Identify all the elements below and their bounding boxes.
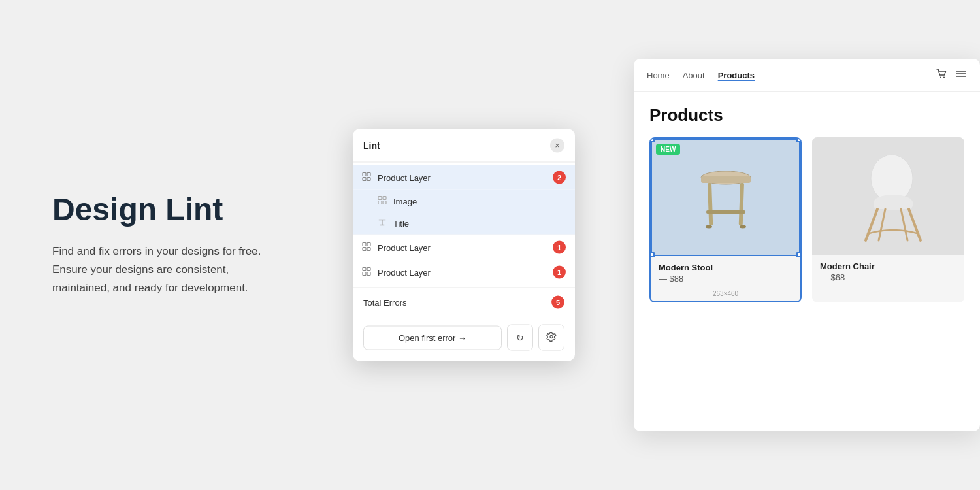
nav-link-about[interactable]: About [683, 71, 705, 80]
chair-illustration [853, 149, 924, 244]
close-button[interactable]: × [550, 139, 564, 153]
lint-footer-errors: Total Errors 5 [353, 287, 575, 317]
svg-rect-21 [738, 183, 743, 225]
grid-icon [362, 172, 372, 183]
svg-point-24 [740, 225, 746, 229]
svg-rect-6 [378, 201, 382, 204]
right-section: Lint × Product Layer 2 [314, 0, 980, 490]
product-info-chair: Modern Chair — $68 [812, 255, 964, 289]
layer-badge-product-3: 1 [553, 266, 566, 279]
refresh-icon: ↻ [516, 333, 524, 343]
svg-rect-27 [874, 200, 913, 209]
menu-icon[interactable] [955, 68, 967, 82]
website-mockup: Home About Products [634, 59, 980, 431]
mockup-content: Products NEW [634, 92, 980, 316]
text-icon [378, 218, 388, 229]
layer-label-title: Title [393, 218, 566, 228]
grid-icon-2 [362, 242, 372, 253]
svg-rect-20 [708, 183, 713, 225]
handle-tr [796, 137, 802, 142]
lint-panel-header: Lint × [353, 129, 575, 163]
left-section: Design Lint Find and fix errors in your … [0, 154, 314, 337]
total-errors-badge: 5 [551, 296, 564, 309]
svg-rect-3 [367, 178, 370, 181]
svg-rect-0 [363, 173, 366, 176]
grid-icon-image [378, 196, 388, 206]
stool-illustration [693, 152, 759, 243]
svg-point-17 [943, 77, 945, 78]
nav-links: Home About Products [647, 71, 755, 80]
svg-rect-13 [367, 268, 370, 271]
image-dimensions-stool: 263×460 [651, 290, 800, 301]
layer-label-image: Image [393, 196, 566, 206]
layer-item-product-2[interactable]: Product Layer 1 [353, 235, 575, 260]
lint-panel: Lint × Product Layer 2 [353, 129, 575, 361]
nav-icons [936, 68, 967, 82]
layer-label-product-1: Product Layer [378, 172, 553, 182]
svg-point-16 [940, 77, 941, 78]
svg-point-23 [706, 225, 712, 229]
layer-badge-product-1: 2 [553, 171, 566, 184]
svg-rect-15 [367, 272, 370, 276]
svg-rect-22 [706, 210, 745, 214]
layer-list: Product Layer 2 Image [353, 163, 575, 287]
lint-footer-actions: Open first error → ↻ [353, 317, 575, 361]
open-first-error-button[interactable]: Open first error → [363, 325, 502, 350]
handle-tl [649, 137, 655, 142]
layer-item-image[interactable]: Image [353, 190, 575, 212]
layer-item-product-1[interactable]: Product Layer 2 [353, 165, 575, 190]
svg-rect-12 [363, 268, 366, 271]
svg-rect-19 [701, 176, 751, 183]
product-image-stool: NEW [651, 139, 800, 256]
product-info-stool: Modern Stool — $88 [651, 256, 800, 290]
product-name-chair: Modern Chair [820, 261, 956, 271]
new-badge-stool: NEW [656, 144, 680, 155]
product-name-stool: Modern Stool [659, 263, 792, 272]
svg-rect-2 [363, 178, 366, 181]
main-title: Design Lint [52, 193, 274, 227]
main-description: Find and fix errors in your designs for … [52, 242, 274, 297]
svg-rect-7 [383, 201, 386, 204]
product-price-chair: — $68 [820, 272, 956, 282]
mockup-nav: Home About Products [634, 59, 980, 92]
nav-link-home[interactable]: Home [647, 71, 670, 80]
svg-rect-14 [363, 272, 366, 276]
svg-rect-8 [363, 243, 366, 246]
svg-rect-4 [378, 197, 382, 200]
grid-icon-3 [362, 267, 372, 278]
settings-icon [546, 331, 557, 344]
svg-rect-10 [363, 248, 366, 251]
lint-panel-title: Lint [363, 140, 380, 151]
mockup-page-title: Products [649, 105, 964, 125]
product-price-stool: — $88 [659, 274, 792, 284]
product-image-chair [812, 137, 964, 255]
layer-label-product-3: Product Layer [378, 267, 553, 277]
svg-rect-11 [367, 248, 370, 251]
layer-badge-product-2: 1 [553, 241, 566, 254]
settings-button[interactable] [538, 325, 564, 351]
product-card-stool[interactable]: NEW [649, 137, 802, 302]
total-errors-label: Total Errors [363, 297, 406, 307]
svg-rect-9 [367, 243, 370, 246]
products-grid: NEW [649, 137, 964, 302]
svg-rect-5 [383, 197, 386, 200]
layer-item-product-3[interactable]: Product Layer 1 [353, 260, 575, 285]
refresh-button[interactable]: ↻ [507, 325, 533, 351]
layer-label-product-2: Product Layer [378, 242, 553, 252]
product-card-chair[interactable]: Modern Chair — $68 [812, 137, 964, 302]
nav-link-products[interactable]: Products [718, 71, 755, 80]
layer-item-title[interactable]: Title [353, 212, 575, 235]
cart-icon[interactable] [936, 68, 947, 82]
svg-rect-1 [367, 173, 370, 176]
